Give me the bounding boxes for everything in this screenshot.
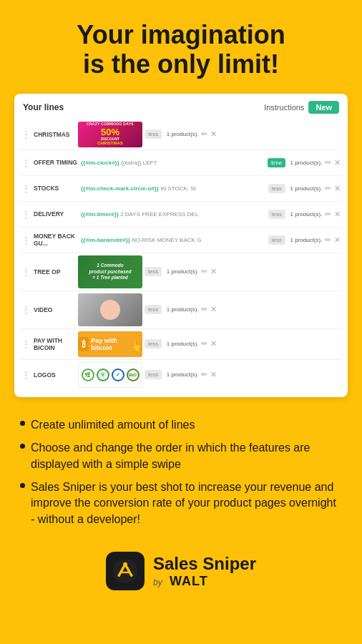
line-label: PAY WITH BICOIN	[34, 337, 78, 351]
bullets-section: Create unlimited amount of lines Choose …	[0, 410, 362, 545]
svg-point-1	[123, 562, 127, 567]
drag-handle-icon[interactable]: ⋮	[21, 266, 31, 277]
bullet-dot	[20, 421, 25, 426]
brand-by: by	[153, 577, 162, 587]
less-badge: less	[145, 339, 162, 348]
less-badge: less	[268, 210, 285, 219]
less-badge: less	[145, 305, 162, 314]
less-badge: less	[268, 184, 285, 193]
action-icons: ✏ ✕	[325, 184, 341, 193]
less-badge: less	[145, 130, 162, 139]
edit-icon[interactable]: ✏	[201, 130, 207, 139]
video-preview-image	[78, 293, 142, 326]
line-label: STOCKS	[34, 185, 78, 192]
delete-icon[interactable]: ✕	[210, 130, 217, 139]
drag-handle-icon[interactable]: ⋮	[21, 183, 31, 194]
products-badge: 1 product(s).	[288, 211, 325, 218]
products-badge: 1 product(s).	[164, 268, 201, 275]
line-row: ⋮ OFFER TIMING {{#im-clock#}} {{extra}} …	[20, 150, 342, 176]
delete-icon[interactable]: ✕	[334, 184, 341, 193]
header-section: Your imagination is the only limit!	[0, 0, 362, 94]
brand-text: Sales Sniper by WALT	[153, 554, 256, 588]
logos-preview-image: 🌿 V ✓ BIO	[78, 362, 142, 388]
line-row: ⋮ STOCKS {{#im-check-mark-circle-o#}} IN…	[20, 176, 342, 202]
line-row: ⋮ PAY WITH BICOIN ₿ Pay with bitcoin 👆 l…	[20, 329, 342, 360]
action-icons: ✏ ✕	[201, 267, 217, 276]
products-badge: 1 product(s).	[164, 306, 201, 313]
line-label: MONEY BACK GU...	[34, 233, 78, 247]
line-label: CHRISTMAS	[34, 131, 78, 138]
drag-handle-icon[interactable]: ⋮	[21, 129, 31, 140]
line-row: ⋮ CHRISTMAS CRAZY COMMODO DAYS 50% DISCO…	[20, 119, 342, 150]
delete-icon[interactable]: ✕	[210, 267, 217, 276]
card-title: Your lines	[23, 102, 64, 112]
bullet-item: Sales Sniper is your best shot to increa…	[20, 479, 342, 527]
delete-icon[interactable]: ✕	[210, 370, 217, 379]
drag-handle-icon[interactable]: ⋮	[21, 338, 31, 349]
delete-icon[interactable]: ✕	[210, 339, 217, 348]
edit-icon[interactable]: ✏	[201, 339, 207, 348]
drag-handle-icon[interactable]: ⋮	[21, 304, 31, 315]
products-badge: 1 product(s).	[288, 237, 325, 243]
edit-icon[interactable]: ✏	[201, 267, 207, 276]
less-badge: less	[145, 370, 162, 379]
tree-preview-image: 1 Commodoproduct purchased= 1 Tree plant…	[78, 255, 142, 288]
line-label: TREE OP	[34, 268, 78, 275]
bitcoin-preview-image: ₿ Pay with bitcoin 👆	[78, 331, 142, 357]
line-preview: {{#im-timer#}} 2 DAYS FREE EXPRESS DEL	[81, 211, 263, 218]
brand-name: Sales Sniper	[153, 554, 256, 574]
action-icons: ✏ ✕	[325, 210, 341, 219]
action-icons: ✏ ✕	[201, 305, 217, 314]
instructions-button[interactable]: Instructions	[264, 103, 304, 112]
new-button[interactable]: New	[308, 101, 339, 114]
less-badge: less	[145, 267, 162, 276]
action-icons: ✏ ✕	[325, 235, 341, 245]
christmas-preview-image: CRAZY COMMODO DAYS 50% DISCOUNT CHRISTMA…	[78, 122, 142, 147]
drag-handle-icon[interactable]: ⋮	[21, 157, 31, 168]
brand-author: WALT	[165, 574, 208, 588]
card-actions: Instructions New	[264, 101, 339, 114]
edit-icon[interactable]: ✏	[325, 158, 331, 167]
action-icons: ✏ ✕	[201, 339, 217, 348]
line-label: DELIVERY	[34, 210, 78, 218]
products-badge: 1 product(s).	[288, 185, 325, 192]
footer-brand: Sales Sniper by WALT	[0, 545, 362, 605]
brand-byline: by WALT	[153, 574, 256, 589]
brand-logo	[106, 552, 145, 590]
bullet-item: Choose and change the order in which the…	[20, 440, 342, 472]
delete-icon[interactable]: ✕	[334, 158, 341, 167]
line-label: LOGOS	[34, 371, 78, 379]
products-badge: 1 product(s).	[164, 131, 201, 137]
line-row: ⋮ LOGOS 🌿 V ✓ BIO less 1 product(s). ✏ ✕	[20, 360, 342, 390]
drag-handle-icon[interactable]: ⋮	[21, 235, 31, 245]
edit-icon[interactable]: ✏	[325, 235, 331, 245]
products-badge: 1 product(s).	[164, 341, 201, 347]
line-row: ⋮ DELIVERY {{#im-timer#}} 2 DAYS FREE EX…	[20, 202, 342, 228]
line-preview: {{#im-check-mark-circle-o#}} IN STOCK, S…	[81, 185, 263, 192]
line-preview: {{#im-banknote#}} NO-RISK MONEY BACK G	[81, 237, 263, 243]
bullet-text: Sales Sniper is your best shot to increa…	[31, 479, 342, 527]
action-icons: ✏ ✕	[201, 370, 217, 379]
edit-icon[interactable]: ✏	[201, 370, 207, 379]
bullet-text: Choose and change the order in which the…	[31, 440, 342, 472]
bullet-dot	[20, 483, 25, 488]
bullet-dot	[20, 444, 25, 449]
delete-icon[interactable]: ✕	[210, 305, 217, 314]
delete-icon[interactable]: ✕	[334, 210, 341, 219]
less-badge: time	[268, 158, 285, 167]
less-badge: less	[268, 235, 285, 245]
line-row: ⋮ MONEY BACK GU... {{#im-banknote#}} NO-…	[20, 228, 342, 253]
edit-icon[interactable]: ✏	[325, 184, 331, 193]
app-card: Your lines Instructions New ⋮ CHRISTMAS …	[14, 94, 348, 397]
edit-icon[interactable]: ✏	[201, 305, 207, 314]
edit-icon[interactable]: ✏	[325, 210, 331, 219]
action-icons: ✏ ✕	[201, 130, 217, 139]
line-preview: {{#im-clock#}} {{extra}} LEFT	[81, 160, 263, 166]
card-header: Your lines Instructions New	[20, 101, 342, 114]
products-badge: 1 product(s).	[288, 160, 325, 166]
bullet-item: Create unlimited amount of lines	[20, 417, 342, 433]
drag-handle-icon[interactable]: ⋮	[21, 369, 31, 380]
delete-icon[interactable]: ✕	[334, 235, 341, 245]
page-title: Your imagination is the only limit!	[21, 20, 341, 79]
drag-handle-icon[interactable]: ⋮	[21, 209, 31, 220]
